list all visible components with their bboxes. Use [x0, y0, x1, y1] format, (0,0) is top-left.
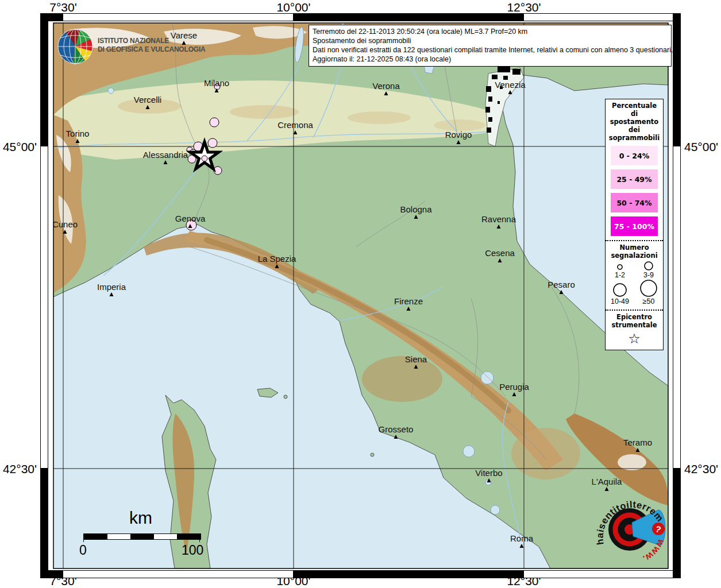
city-label: Torino: [66, 129, 90, 138]
city-label: Cesena: [485, 248, 515, 258]
observation-point: [210, 118, 219, 127]
city-label: Cuneo: [52, 219, 78, 229]
city-label: Venezia: [495, 80, 526, 90]
city-label: Pesaro: [548, 280, 575, 289]
city-label: Vercelli: [134, 95, 161, 105]
city-label: Bologna: [400, 204, 432, 214]
scale-start: 0: [79, 543, 87, 558]
scale-bar-segments: [83, 533, 201, 540]
info-line-event: Terremoto del 22-11-2013 20:50:24 (ora l…: [313, 27, 668, 36]
city-label: Rovigo: [445, 130, 472, 140]
city-label: Genova: [175, 214, 206, 223]
info-line-source: Dati non verificati estratti da 122 ques…: [313, 45, 668, 55]
legend-swatch-75-100: 75 - 100%: [611, 216, 658, 236]
legend-percent-title: Percentuale di spostamento dei soprammob…: [606, 102, 663, 142]
legend-count-symbols: 1-2 3-9 10-49 ≥50: [606, 260, 663, 305]
city-label: Ravenna: [481, 214, 516, 224]
city-label: Viterbo: [475, 468, 502, 478]
city-label: L'Aquila: [592, 477, 623, 486]
legend-box: Percentuale di spostamento dei soprammob…: [605, 99, 664, 350]
city-label: Perugia: [499, 382, 529, 392]
city-label: Alessandria: [143, 150, 188, 160]
scale-unit: km: [129, 508, 152, 528]
observation-point: [208, 138, 217, 148]
info-line-updated: Aggiornato il: 21-12-2025 08:43 (ora loc…: [313, 55, 668, 64]
city-label: Roma: [510, 533, 534, 543]
legend-swatch-25-49: 25 - 49%: [611, 169, 658, 189]
city-label: Imperia: [97, 282, 126, 292]
city-label: Siena: [405, 354, 427, 364]
legend-epicenter-title: Epicentro strumentale: [606, 313, 663, 329]
legend-swatch-50-74: 50 - 74%: [611, 193, 658, 212]
city-label: La Spezia: [258, 254, 296, 264]
earthquake-info-box: Terremoto del 22-11-2013 20:50:24 (ora l…: [309, 25, 672, 67]
epicenter-legend-symbol: ☆: [606, 331, 663, 346]
city-label: Cremona: [277, 120, 313, 130]
city-label: Grosseto: [379, 424, 414, 434]
info-line-effect: Spostamento dei soprammobili: [313, 36, 668, 45]
city-label: Firenze: [394, 296, 423, 306]
legend-swatch-0-24: 0 - 24%: [611, 146, 658, 165]
city-label: Milano: [204, 78, 229, 88]
macroseismic-map-page: 7°30' 10°00' 12°30' 7°30' 10°00' 12°30' …: [0, 0, 721, 588]
ingv-text-line1: ISTITUTO NAZIONALE: [98, 37, 169, 45]
city-label: Teramo: [623, 438, 652, 447]
ingv-text-line2: DI GEOFISICA E VULCANOLOGIA: [98, 45, 206, 53]
city-label: Varese: [171, 30, 197, 40]
scale-end: 100: [182, 543, 203, 558]
legend-count-title: Numero segnalazioni: [606, 243, 663, 260]
city-label: Verona: [372, 81, 400, 91]
